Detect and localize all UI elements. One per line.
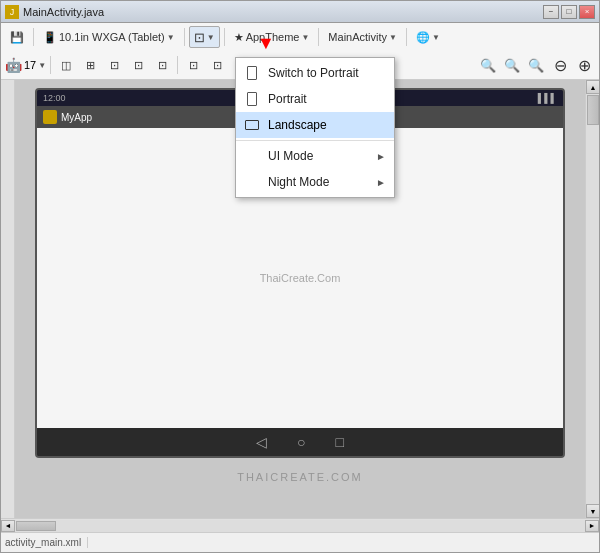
zoom-controls: 🔍 🔍 🔍 ⊖ ⊕	[477, 54, 595, 76]
layout-btn-2[interactable]: ⊞	[79, 54, 101, 76]
bottom-scrollbar: ◄ ►	[1, 518, 599, 532]
layout-btn-6[interactable]: ⊡	[182, 54, 204, 76]
sep-2	[184, 28, 185, 46]
layout-btn-5[interactable]: ⊡	[151, 54, 173, 76]
zoom-plus-button[interactable]: ⊕	[573, 54, 595, 76]
h-scrollbar-thumb[interactable]	[16, 521, 56, 531]
right-scrollbar: ▲ ▼	[585, 80, 599, 518]
scrollbar-thumb[interactable]	[587, 95, 599, 125]
sep-4	[318, 28, 319, 46]
night-mode-icon	[244, 174, 260, 190]
layout-btn-1[interactable]: ◫	[55, 54, 77, 76]
globe-icon: 🌐	[416, 31, 430, 44]
zoom-out-button[interactable]: 🔍	[477, 54, 499, 76]
ui-mode-icon	[244, 148, 260, 164]
scroll-up-button[interactable]: ▲	[586, 80, 599, 94]
landscape-icon	[244, 117, 260, 133]
night-mode-label: Night Mode	[268, 175, 329, 189]
recents-nav-icon: □	[336, 434, 344, 450]
app-title-text: MyApp	[61, 112, 92, 123]
ui-mode-submenu-arrow: ►	[376, 151, 386, 162]
home-nav-icon: ○	[297, 434, 305, 450]
device-selector[interactable]: 📱 10.1in WXGA (Tablet) ▼	[38, 26, 180, 48]
screen-watermark: ThaiCreate.Com	[260, 272, 341, 284]
layout-btn-3[interactable]: ⊡	[103, 54, 125, 76]
menu-item-ui-mode[interactable]: UI Mode ►	[236, 143, 394, 169]
ui-mode-label: UI Mode	[268, 149, 313, 163]
title-controls[interactable]: − □ ×	[543, 5, 595, 19]
sep-3	[224, 28, 225, 46]
locale-button[interactable]: 🌐 ▼	[411, 26, 445, 48]
device-dropdown-arrow: ▼	[167, 33, 175, 42]
menu-item-landscape[interactable]: Landscape	[236, 112, 394, 138]
maximize-button[interactable]: □	[561, 5, 577, 19]
toolbar-row-1: 💾 📱 10.1in WXGA (Tablet) ▼ ⊡ ▼ ★ AppThem…	[1, 23, 599, 51]
apptheme-label: AppTheme	[246, 31, 300, 43]
main-window: J MainActivity.java − □ × 💾 📱 10.1in WXG…	[0, 0, 600, 553]
layout-btn-4[interactable]: ⊡	[127, 54, 149, 76]
scroll-down-button[interactable]: ▼	[586, 504, 599, 518]
zoom-fit-button[interactable]: 🔍	[525, 54, 547, 76]
activity-button[interactable]: MainActivity ▼	[323, 26, 402, 48]
device-time: 12:00	[43, 93, 66, 103]
apptheme-button[interactable]: ★ AppTheme ▼	[229, 26, 315, 48]
landscape-label: Landscape	[268, 118, 327, 132]
app-icon	[43, 110, 57, 124]
menu-item-switch-portrait[interactable]: Switch to Portrait	[236, 60, 394, 86]
switch-portrait-label: Switch to Portrait	[268, 66, 359, 80]
activity-dropdown-arrow: ▼	[389, 33, 397, 42]
device-nav-bar: ◁ ○ □	[37, 428, 563, 456]
activity-label: MainActivity	[328, 31, 387, 43]
back-nav-icon: ◁	[256, 434, 267, 450]
sep-7	[177, 56, 178, 74]
orientation-button[interactable]: ⊡ ▼	[189, 26, 220, 48]
sep-6	[50, 56, 51, 74]
sep-5	[406, 28, 407, 46]
night-mode-submenu-arrow: ►	[376, 177, 386, 188]
bottom-watermark-text: THAICREATE.COM	[237, 471, 363, 483]
android-version: 17	[24, 59, 36, 71]
title-bar-left: J MainActivity.java	[5, 5, 104, 19]
device-icon: 📱	[43, 31, 57, 44]
sep-1	[33, 28, 34, 46]
scroll-right-button[interactable]: ►	[585, 520, 599, 532]
menu-item-night-mode[interactable]: Night Mode ►	[236, 169, 394, 195]
menu-separator-1	[236, 140, 394, 141]
apptheme-icon: ★	[234, 31, 244, 44]
bottom-watermark-area: THAICREATE.COM	[15, 466, 585, 488]
menu-item-portrait[interactable]: Portrait	[236, 86, 394, 112]
left-panel	[1, 80, 15, 518]
portrait-icon	[244, 91, 260, 107]
scrollbar-track[interactable]	[586, 94, 599, 504]
status-bar: activity_main.xml	[1, 532, 599, 552]
switch-portrait-icon	[244, 65, 260, 81]
minimize-button[interactable]: −	[543, 5, 559, 19]
wifi-icon: ▌▌▌	[538, 93, 557, 103]
apptheme-dropdown-arrow: ▼	[301, 33, 309, 42]
title-bar: J MainActivity.java − □ ×	[1, 1, 599, 23]
android-version-area: 🤖 17 ▼	[5, 57, 46, 73]
window-title: MainActivity.java	[23, 6, 104, 18]
save-icon: 💾	[10, 31, 24, 44]
zoom-minus-button[interactable]: ⊖	[549, 54, 571, 76]
orientation-icon: ⊡	[194, 30, 205, 45]
scroll-left-button[interactable]: ◄	[1, 520, 15, 532]
android-icon: 🤖	[5, 57, 22, 73]
zoom-reset-button[interactable]: 🔍	[501, 54, 523, 76]
layout-btn-7[interactable]: ⊡	[206, 54, 228, 76]
portrait-label: Portrait	[268, 92, 307, 106]
h-scrollbar-track[interactable]	[15, 520, 585, 532]
locale-dropdown-arrow: ▼	[432, 33, 440, 42]
orientation-dropdown-menu: Switch to Portrait Portrait Landscape UI…	[235, 57, 395, 198]
android-dropdown-arrow: ▼	[38, 61, 46, 70]
status-file-text: activity_main.xml	[5, 537, 88, 548]
save-button[interactable]: 💾	[5, 26, 29, 48]
window-icon: J	[5, 5, 19, 19]
close-button[interactable]: ×	[579, 5, 595, 19]
device-label: 10.1in WXGA (Tablet)	[59, 31, 165, 43]
orientation-dropdown-arrow: ▼	[207, 33, 215, 42]
